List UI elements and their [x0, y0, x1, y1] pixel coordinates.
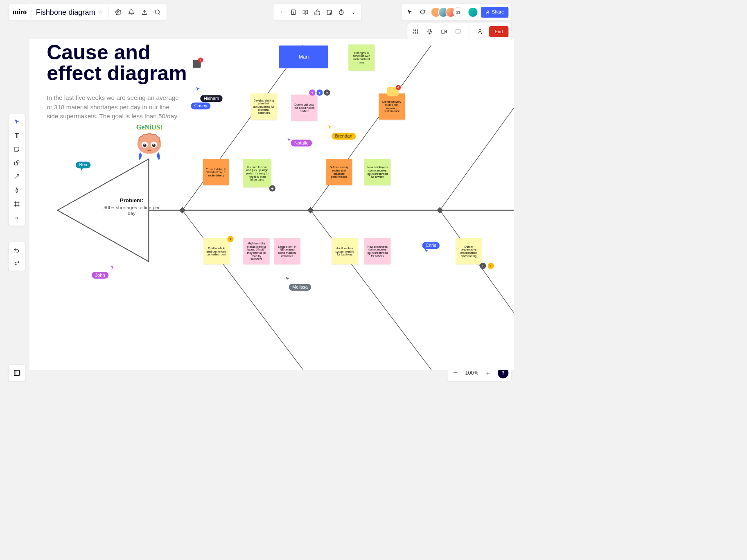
thumbsup-icon[interactable]: [312, 7, 323, 17]
reactions-icon[interactable]: [418, 7, 428, 17]
sticky-note[interactable]: Audit kanban system weekly for lost tote…: [332, 238, 358, 264]
svg-point-0: [117, 11, 119, 13]
more-tools-icon[interactable]: ››: [11, 212, 23, 224]
sticky-note[interactable]: High humidity makes printing labels difi…: [243, 238, 269, 264]
cursor-icon: [327, 125, 333, 130]
present-icon[interactable]: [300, 7, 311, 17]
svg-point-21: [487, 11, 489, 12]
redo-icon[interactable]: [11, 257, 23, 269]
plus-icon[interactable]: +: [316, 90, 323, 96]
cursor-label: Hisham: [200, 95, 222, 102]
svg-point-59: [140, 148, 143, 150]
sticky-note[interactable]: Print labels in environmentally controll…: [203, 238, 230, 264]
plus-icon[interactable]: +: [269, 185, 275, 191]
comment-icon[interactable]: 1: [193, 60, 201, 68]
pen-tool-icon[interactable]: [11, 185, 23, 196]
topbar-left: miro Fishbone diagram ☆: [9, 4, 167, 20]
cursor-tool-icon[interactable]: [405, 7, 415, 17]
participant-avatars[interactable]: 12: [431, 7, 463, 17]
sticky-tool-icon[interactable]: [11, 144, 23, 155]
plus-icon[interactable]: +: [488, 263, 494, 269]
avatar-count[interactable]: 12: [453, 7, 463, 17]
board-title[interactable]: Fishbone diagram: [36, 8, 95, 17]
sticky-note[interactable]: Develop staffing plan that accomodates f…: [251, 93, 277, 120]
sticky-note[interactable]: Define preventative maintenance plans fo…: [456, 238, 482, 264]
svg-rect-63: [307, 207, 314, 214]
sticky-note[interactable]: Large storm in NE delayed some material …: [274, 238, 300, 264]
search-icon[interactable]: [152, 7, 162, 17]
chevron-right-icon[interactable]: ›: [276, 7, 287, 17]
emoji-reaction-icon[interactable]: 4: [387, 87, 399, 96]
sticky-note[interactable]: It's hard to scan and pick up large part…: [243, 159, 271, 187]
divider: [31, 7, 32, 17]
star-icon[interactable]: ☆: [98, 9, 104, 16]
sticky-note[interactable]: Due to call outs line could not be staff…: [291, 95, 317, 121]
category-man[interactable]: Man: [279, 45, 328, 68]
plus-icon[interactable]: +: [480, 263, 486, 269]
plus-icon[interactable]: +: [309, 90, 315, 96]
settings-icon[interactable]: [113, 7, 123, 17]
arrow-tool-icon[interactable]: [11, 171, 23, 183]
cursor-label: Casey: [191, 103, 210, 110]
timer-icon[interactable]: [336, 7, 346, 17]
canvas-frame[interactable]: Cause andeffect diagram In the last five…: [29, 39, 514, 370]
share-button[interactable]: Share: [481, 7, 508, 18]
brain-sticker[interactable]: GeNiUS!: [129, 123, 169, 163]
svg-rect-62: [179, 207, 186, 214]
svg-line-69: [311, 210, 431, 370]
notes-icon[interactable]: [288, 7, 298, 17]
cursor-label: Chris: [422, 242, 440, 249]
svg-line-3: [159, 14, 160, 15]
emoji-count-badge: 4: [396, 85, 401, 90]
more-icon[interactable]: ⌄: [348, 7, 359, 17]
text-tool-icon[interactable]: T: [11, 130, 23, 141]
svg-line-67: [440, 108, 514, 210]
svg-point-56: [152, 144, 156, 147]
end-call-button[interactable]: End: [489, 26, 509, 37]
miro-logo[interactable]: miro: [13, 8, 27, 16]
undo-icon[interactable]: [11, 244, 23, 256]
cursor-icon: [424, 248, 429, 254]
mic-icon[interactable]: [424, 27, 435, 37]
shape-tool-icon[interactable]: [11, 157, 23, 169]
user-icon[interactable]: [475, 27, 485, 37]
sliders-icon[interactable]: [410, 27, 420, 37]
self-avatar[interactable]: [468, 7, 478, 17]
sticky-note[interactable]: Define delivery routes and measure perfo…: [326, 159, 352, 185]
svg-line-65: [182, 45, 303, 210]
sticky-note[interactable]: New employees do not receive log-in cred…: [364, 159, 390, 185]
call-controls: End: [407, 23, 511, 40]
export-icon[interactable]: [139, 7, 149, 17]
frame-icon[interactable]: [324, 7, 334, 17]
topbar-center: › ⌄: [273, 4, 361, 20]
sticky-note[interactable]: Cross training in critical roles (i.e. r…: [203, 159, 229, 185]
divider: [469, 27, 469, 37]
sticky-note[interactable]: Changes in schedule w/in material lead t…: [348, 45, 375, 71]
plus-icon[interactable]: +: [227, 236, 233, 242]
plus-icon[interactable]: +: [324, 90, 330, 96]
cursor-icon: [285, 276, 290, 282]
svg-rect-43: [14, 162, 18, 165]
cursor-label: Melissa: [289, 284, 311, 291]
sticky-note[interactable]: New employees do not receive log-in cred…: [364, 238, 390, 264]
sticky-note[interactable]: Define delivery routes and measure perfo…: [379, 93, 405, 120]
video-icon[interactable]: [439, 27, 449, 37]
cursor-icon: [195, 87, 201, 92]
minimap-button[interactable]: [9, 365, 25, 381]
svg-point-57: [144, 144, 145, 145]
frame-tool-icon[interactable]: [11, 198, 23, 210]
select-tool-icon[interactable]: [11, 116, 23, 128]
problem-box: Problem: 300+ shortages to line per day: [103, 197, 160, 216]
cursor-label: Brendan: [332, 133, 356, 140]
svg-marker-9: [305, 11, 306, 13]
svg-line-45: [15, 174, 19, 178]
canvas-description: In the last five weeks we are seeing an …: [47, 93, 181, 121]
bell-icon[interactable]: [126, 7, 136, 17]
svg-rect-50: [14, 370, 20, 376]
screenshare-icon[interactable]: [453, 27, 463, 37]
cursor-label: Natalie: [291, 140, 312, 147]
svg-point-36: [479, 29, 481, 32]
cursor-label: John: [92, 272, 108, 279]
topbar-right: 12 Share: [402, 4, 512, 20]
zoom-level[interactable]: 100%: [465, 370, 478, 376]
